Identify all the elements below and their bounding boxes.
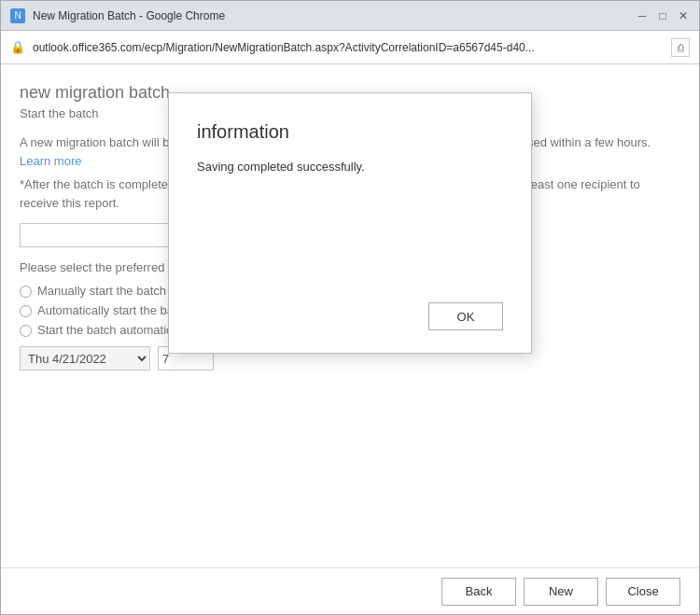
window-controls: ─ □ ✕ [636, 9, 690, 22]
dialog-overlay: information Saving completed successfull… [1, 64, 699, 567]
maximize-button[interactable]: □ [656, 9, 669, 22]
window-title: New Migration Batch - Google Chrome [33, 9, 628, 22]
footer: Back New Close [1, 567, 699, 614]
close-button-footer[interactable]: Close [606, 578, 680, 606]
browser-favicon: N [10, 8, 25, 23]
dialog-box: information Saving completed successfull… [168, 92, 532, 354]
dialog-buttons: OK [197, 302, 503, 330]
dialog-ok-button[interactable]: OK [428, 302, 503, 330]
title-bar: N New Migration Batch - Google Chrome ─ … [1, 1, 699, 31]
browser-window: N New Migration Batch - Google Chrome ─ … [0, 0, 700, 615]
url-text[interactable]: outlook.office365.com/ecp/Migration/NewM… [33, 41, 664, 54]
minimize-button[interactable]: ─ [636, 9, 649, 22]
dialog-title: information [197, 121, 503, 143]
close-button[interactable]: ✕ [677, 9, 690, 22]
lock-icon: 🔒 [10, 40, 25, 54]
new-button[interactable]: New [524, 578, 598, 606]
page-icon: ⎙ [671, 38, 690, 57]
address-bar: 🔒 outlook.office365.com/ecp/Migration/Ne… [1, 31, 699, 64]
back-button[interactable]: Back [441, 578, 516, 606]
content-area: new migration batch Start the batch A ne… [1, 64, 699, 567]
dialog-message: Saving completed successfully. [197, 160, 503, 265]
